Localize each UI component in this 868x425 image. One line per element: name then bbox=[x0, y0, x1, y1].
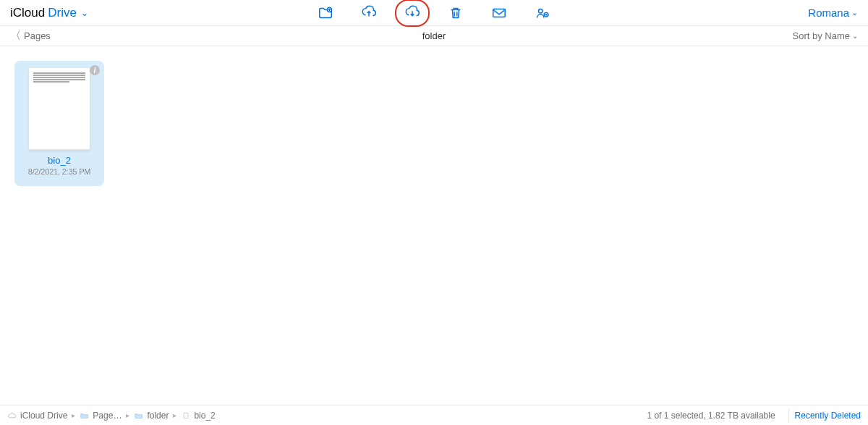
document-icon bbox=[181, 411, 191, 420]
top-toolbar: iCloud Drive ⌄ Romana ⌄ bbox=[0, 0, 868, 26]
user-menu[interactable]: Romana ⌄ bbox=[808, 7, 858, 19]
breadcrumb: iCloud Drive ▸ Page… ▸ folder ▸ bio_2 bbox=[7, 411, 639, 421]
file-date: 8/2/2021, 2:35 PM bbox=[20, 167, 98, 176]
crumb-icloud[interactable]: iCloud Drive bbox=[7, 411, 67, 421]
crumb-sep: ▸ bbox=[173, 411, 176, 419]
new-folder-button[interactable] bbox=[315, 3, 336, 23]
svg-rect-4 bbox=[184, 413, 189, 418]
file-item[interactable]: i bio_2 8/2/2021, 2:35 PM bbox=[14, 61, 104, 186]
folder-icon bbox=[80, 411, 90, 420]
svg-rect-1 bbox=[493, 9, 506, 17]
chevron-down-icon: ⌄ bbox=[81, 8, 88, 18]
file-grid: i bio_2 8/2/2021, 2:35 PM bbox=[0, 46, 868, 405]
app-title-icloud: iCloud bbox=[10, 6, 45, 20]
cloud-icon bbox=[7, 411, 17, 420]
file-thumbnail bbox=[29, 68, 90, 149]
share-button[interactable] bbox=[532, 3, 553, 23]
file-name: bio_2 bbox=[20, 155, 98, 166]
download-button[interactable] bbox=[402, 3, 422, 23]
app-title-drive: Drive bbox=[48, 6, 77, 20]
crumb-sep: ▸ bbox=[72, 411, 75, 419]
delete-button[interactable] bbox=[446, 3, 466, 23]
sort-menu[interactable]: Sort by Name ⌄ bbox=[793, 30, 858, 41]
folder-title: folder bbox=[0, 30, 868, 41]
crumb-pages[interactable]: Page… bbox=[80, 411, 122, 421]
info-icon[interactable]: i bbox=[90, 65, 100, 75]
sort-label: Sort by Name bbox=[793, 30, 850, 41]
location-bar: 〈 Pages folder Sort by Name ⌄ bbox=[0, 26, 868, 46]
crumb-folder[interactable]: folder bbox=[134, 411, 169, 421]
user-name: Romana bbox=[808, 7, 849, 19]
chevron-down-icon: ⌄ bbox=[852, 32, 858, 40]
bottom-bar: iCloud Drive ▸ Page… ▸ folder ▸ bio_2 1 … bbox=[0, 405, 868, 425]
email-button[interactable] bbox=[489, 3, 509, 23]
upload-button[interactable] bbox=[359, 3, 379, 23]
status-text: 1 of 1 selected, 1.82 TB available bbox=[647, 411, 775, 421]
svg-point-2 bbox=[539, 9, 543, 13]
recently-deleted-link[interactable]: Recently Deleted bbox=[795, 411, 861, 421]
folder-icon bbox=[134, 411, 144, 420]
chevron-down-icon: ⌄ bbox=[851, 8, 858, 17]
toolbar-actions bbox=[0, 3, 868, 23]
crumb-file[interactable]: bio_2 bbox=[181, 411, 215, 421]
divider bbox=[788, 409, 789, 422]
app-title[interactable]: iCloud Drive ⌄ bbox=[10, 6, 88, 20]
crumb-sep: ▸ bbox=[126, 411, 129, 419]
